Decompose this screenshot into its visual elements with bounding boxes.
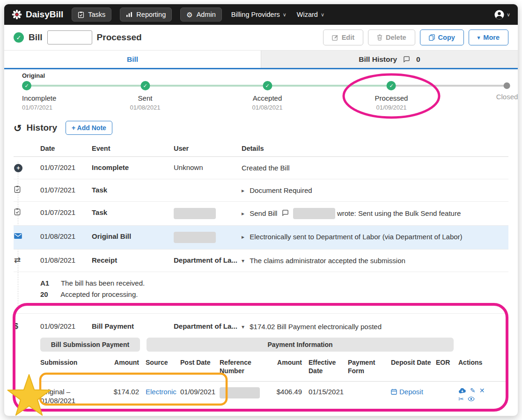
nav-reporting-button[interactable]: Reporting — [120, 7, 172, 22]
col-amount: Amount — [108, 354, 146, 381]
more-label: More — [483, 34, 500, 41]
view-payment-icon[interactable] — [468, 397, 475, 401]
timeline-step-accepted: ✓ Accepted 01/08/2021 — [252, 81, 282, 111]
daisybill-logo-icon — [12, 9, 22, 20]
timeline-step-sent: ✓ Sent 01/08/2021 — [130, 81, 160, 111]
row-date: 01/09/2021 — [40, 316, 92, 337]
redacted-user — [174, 232, 216, 243]
bill-title: Bill — [29, 32, 43, 43]
download-eor-icon[interactable] — [458, 388, 466, 394]
bill-status-check-icon: ✓ — [14, 32, 24, 43]
task-icon — [14, 208, 21, 215]
timeline-track-label: Original — [22, 72, 45, 79]
row-details: The claims administrator accepted the su… — [250, 257, 405, 265]
edit-button[interactable]: Edit — [323, 29, 363, 45]
timeline-step-closed: Closed — [496, 81, 518, 103]
redacted-user — [174, 208, 216, 219]
nav-admin-button[interactable]: ⚙ Admin — [180, 7, 222, 22]
comment-bubble-icon — [403, 56, 410, 63]
brand-link[interactable]: DaisyBill — [12, 9, 63, 20]
copy-label: Copy — [438, 34, 455, 41]
top-nav: DaisyBill Tasks Reporting ⚙ Admin Billin… — [4, 4, 518, 25]
payment-post-date: 01/09/2021 — [180, 382, 220, 405]
group-bill-submission-payment: Bill Submission Payment — [40, 338, 140, 352]
tasks-icon — [78, 11, 84, 18]
row-date: 01/08/2021 — [40, 250, 92, 271]
copy-button[interactable]: Copy — [420, 29, 464, 45]
row-details: $174.02 Bill Payment electronically post… — [250, 323, 382, 331]
more-button[interactable]: ▾ More — [469, 29, 508, 45]
code-id: A1 — [40, 278, 59, 289]
payment-row: Original – 01/08/2021 $174.02 Electronic… — [40, 382, 508, 405]
expand-caret-icon[interactable]: ▸ — [242, 232, 244, 242]
tab-bill-history-count: 0 — [416, 55, 420, 64]
timeline-step-incomplete: ✓ Incomplete 01/07/2021 — [22, 81, 56, 111]
row-details: Created the Bill — [242, 164, 290, 172]
step-name: Closed — [496, 93, 518, 101]
row-user: Unknown — [174, 157, 242, 178]
group-payment-information: Payment Information — [147, 338, 454, 352]
nav-billing-providers-menu[interactable]: Billing Providers ∨ — [230, 8, 287, 21]
plus-circle-icon: + — [14, 164, 22, 172]
payment-source-link[interactable]: Electronic — [146, 388, 176, 396]
reporting-icon — [126, 12, 132, 17]
col-source: Source — [146, 354, 180, 381]
col-details: Details — [242, 140, 508, 156]
row-event: Task — [92, 179, 174, 201]
collapse-caret-icon[interactable]: ▾ — [242, 256, 244, 265]
tab-bill[interactable]: Bill — [4, 51, 261, 68]
tab-bill-history[interactable]: Bill History 0 — [261, 51, 518, 68]
nav-tasks-button[interactable]: Tasks — [72, 7, 111, 22]
step-date: 01/07/2021 — [22, 104, 56, 111]
step-check-icon: ✓ — [263, 81, 272, 90]
expand-caret-icon[interactable]: ▸ — [242, 186, 244, 195]
nav-wizard-menu[interactable]: Wizard ∨ — [296, 8, 325, 21]
nav-billing-providers-label: Billing Providers — [231, 11, 280, 18]
history-icon: ↺ — [14, 123, 22, 133]
gear-icon: ⚙ — [186, 11, 192, 18]
nav-tasks-label: Tasks — [88, 11, 105, 18]
collapse-caret-icon[interactable]: ▾ — [242, 322, 244, 332]
timeline-track-complete — [23, 85, 391, 87]
deposit-link[interactable]: Deposit — [391, 387, 423, 396]
step-pending-dot — [504, 82, 510, 89]
receipt-code-line: A1 The bill has been received. — [40, 278, 508, 289]
split-payment-icon[interactable]: ✂ — [458, 396, 464, 402]
row-details-note: wrote: Sent using the Bulk Send feature — [337, 209, 461, 217]
receipt-codes: A1 The bill has been received. 20 Accept… — [14, 272, 508, 314]
nav-wizard-label: Wizard — [297, 11, 318, 18]
expand-caret-icon[interactable]: ▸ — [242, 209, 244, 218]
delete-button[interactable]: Delete — [368, 29, 415, 45]
edit-icon — [332, 34, 338, 41]
delete-payment-icon[interactable]: ✕ — [479, 387, 485, 394]
timeline-step-processed: ✓ Processed 01/09/2021 — [375, 81, 408, 111]
row-date: 01/08/2021 — [40, 226, 92, 247]
user-avatar-icon — [494, 9, 505, 20]
payment-amount: $174.02 — [108, 382, 146, 405]
history-section: ↺ History + Add Note Date Event User Det… — [4, 114, 518, 412]
col-deposit-date: Deposit Date — [391, 354, 436, 381]
deposit-link-label: Deposit — [399, 387, 423, 396]
step-date: 01/09/2021 — [375, 104, 408, 111]
step-date: 01/08/2021 — [252, 104, 282, 111]
step-date: 01/08/2021 — [130, 104, 160, 111]
row-details: Electronically sent to Department of Lab… — [250, 233, 462, 241]
comment-bubble-icon — [282, 209, 289, 216]
col-payment-form: Payment Form — [348, 354, 391, 381]
delete-label: Delete — [386, 34, 406, 41]
payment-submission: Original – 01/08/2021 — [40, 382, 92, 405]
bill-header: ✓ Bill Processed Edit Delete — [4, 25, 518, 51]
redacted-user — [293, 208, 335, 219]
exchange-icon: ⇄ — [14, 256, 21, 265]
step-name: Incomplete — [22, 94, 56, 102]
user-menu[interactable]: ∨ — [494, 9, 510, 20]
row-date: 01/07/2021 — [40, 157, 92, 178]
add-note-button[interactable]: + Add Note — [66, 121, 112, 135]
row-user: Department of La... — [174, 250, 242, 271]
chevron-down-icon: ∨ — [321, 12, 324, 18]
row-details-action: Send Bill — [250, 209, 277, 217]
tab-bill-label: Bill — [127, 55, 138, 64]
calendar-icon — [391, 389, 397, 395]
edit-payment-icon[interactable]: ✎ — [470, 387, 476, 394]
col-reference-number: Reference Number — [220, 354, 272, 381]
